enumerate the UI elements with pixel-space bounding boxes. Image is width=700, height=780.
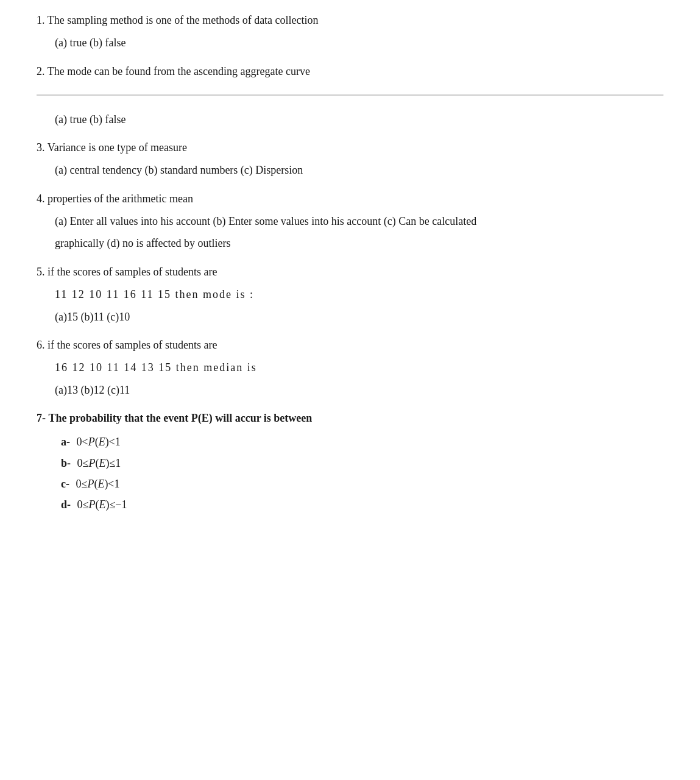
q7-text: 7- The probability that the event P(E) w…	[37, 410, 663, 427]
question-1: 1. The sampling method is one of the met…	[37, 12, 663, 52]
question-4: 4. properties of the arithmetic mean (a)…	[37, 191, 663, 253]
q5-number: 5.	[37, 266, 45, 278]
q1-options: (a) true (b) false	[37, 34, 663, 52]
question-5: 5. if the scores of samples of students …	[37, 264, 663, 326]
q2-text: 2. The mode can be found from the ascend…	[37, 63, 663, 80]
q1-body: The sampling method is one of the method…	[48, 14, 319, 26]
q1-number: 1.	[37, 14, 45, 26]
q7-prob-options: a- 0<P(E)<1 b- 0≤P(E)≤1 c- 0≤P(E)<1	[37, 431, 663, 515]
q3-number: 3.	[37, 141, 45, 154]
q6-body: if the scores of samples of students are	[48, 339, 217, 351]
q4-number: 4.	[37, 193, 45, 205]
q7-number: 7-	[37, 412, 46, 424]
q4-options-line2: graphically (d) no is affected by outlie…	[37, 234, 663, 253]
q6-options: (a)13 (b)12 (c)11	[37, 381, 663, 400]
q4-options-line1: (a) Enter all values into his account (b…	[37, 212, 663, 231]
q2-body: The mode can be found from the ascending…	[48, 65, 310, 77]
q4-text: 4. properties of the arithmetic mean	[37, 191, 663, 207]
question-6: 6. if the scores of samples of students …	[37, 337, 663, 399]
q1-text: 1. The sampling method is one of the met…	[37, 12, 663, 29]
q7-expr-d: 0≤P(E)≤−1	[74, 494, 127, 515]
q5-options: (a)15 (b)11 (c)10	[37, 308, 663, 327]
question-7: 7- The probability that the event P(E) w…	[37, 410, 663, 515]
q7-expr-b: 0≤P(E)≤1	[74, 453, 121, 473]
q3-text: 3. Variance is one type of measure	[37, 140, 663, 156]
q6-tail: then median is	[176, 361, 257, 374]
q7-option-a: a- 0<P(E)<1	[61, 431, 663, 452]
q3-body: Variance is one type of measure	[48, 141, 187, 154]
q6-scores-values: 16 12 10 11 14 13 15	[55, 361, 172, 374]
q6-number: 6.	[37, 339, 45, 351]
q7-expr-c: 0≤P(E)<1	[73, 473, 120, 494]
q2-options-block: (a) true (b) false	[37, 110, 663, 129]
q5-text: 5. if the scores of samples of students …	[37, 264, 663, 280]
q7-label-a: a-	[61, 431, 70, 452]
q7-label-d: d-	[61, 494, 71, 515]
page-content: 1. The sampling method is one of the met…	[37, 12, 663, 515]
q7-label-c: c-	[61, 473, 69, 494]
q7-body: The probability that the event P(E) will…	[49, 412, 313, 424]
q5-scores: 11 12 10 11 16 11 15 then mode is :	[37, 285, 663, 304]
question-3: 3. Variance is one type of measure (a) c…	[37, 140, 663, 180]
question-2: 2. The mode can be found from the ascend…	[37, 63, 663, 80]
q7-option-d: d- 0≤P(E)≤−1	[61, 494, 663, 515]
q3-options: (a) central tendency (b) standard number…	[37, 161, 663, 180]
q7-expr-a: 0<P(E)<1	[74, 431, 121, 452]
q2-options: (a) true (b) false	[37, 110, 663, 129]
q6-text: 6. if the scores of samples of students …	[37, 337, 663, 353]
q7-label-b: b-	[61, 453, 71, 473]
q2-number: 2.	[37, 65, 45, 77]
q7-option-b: b- 0≤P(E)≤1	[61, 453, 663, 473]
q5-body: if the scores of samples of students are	[48, 266, 217, 278]
q4-body: properties of the arithmetic mean	[48, 193, 193, 205]
section-divider	[37, 94, 663, 96]
q7-option-c: c- 0≤P(E)<1	[61, 473, 663, 494]
q5-tail: then mode is :	[175, 288, 255, 300]
q6-scores: 16 12 10 11 14 13 15 then median is	[37, 358, 663, 377]
q5-scores-values: 11 12 10 11 16 11 15	[55, 288, 171, 300]
